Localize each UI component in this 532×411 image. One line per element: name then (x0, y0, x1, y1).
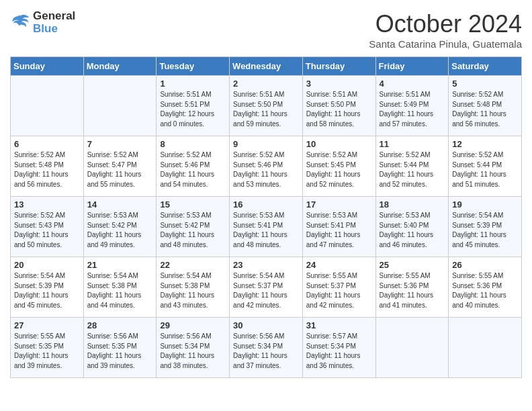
day-number: 22 (160, 260, 226, 270)
calendar-cell: 21Sunrise: 5:54 AMSunset: 5:38 PMDayligh… (83, 257, 157, 318)
header-sunday: Sunday (11, 57, 84, 76)
day-info: Sunrise: 5:52 AMSunset: 5:44 PMDaylight:… (452, 150, 518, 189)
day-number: 29 (160, 320, 226, 330)
day-info: Sunrise: 5:53 AMSunset: 5:41 PMDaylight:… (233, 211, 299, 250)
day-info: Sunrise: 5:54 AMSunset: 5:38 PMDaylight:… (87, 271, 153, 310)
day-info: Sunrise: 5:51 AMSunset: 5:49 PMDaylight:… (380, 90, 445, 129)
day-number: 2 (233, 79, 299, 89)
calendar-week-row: 6Sunrise: 5:52 AMSunset: 5:48 PMDaylight… (11, 136, 522, 197)
calendar-cell: 22Sunrise: 5:54 AMSunset: 5:38 PMDayligh… (157, 257, 230, 318)
location-subtitle: Santa Catarina Pinula, Guatemala (369, 38, 522, 50)
calendar-cell: 29Sunrise: 5:56 AMSunset: 5:34 PMDayligh… (157, 318, 230, 378)
day-info: Sunrise: 5:52 AMSunset: 5:46 PMDaylight:… (160, 150, 226, 189)
day-info: Sunrise: 5:56 AMSunset: 5:34 PMDaylight:… (160, 332, 226, 371)
day-info: Sunrise: 5:53 AMSunset: 5:42 PMDaylight:… (160, 211, 226, 250)
day-number: 28 (87, 320, 153, 330)
logo-line1: General (33, 10, 75, 23)
day-number: 15 (160, 199, 226, 210)
day-number: 13 (14, 199, 80, 210)
calendar-week-row: 27Sunrise: 5:55 AMSunset: 5:35 PMDayligh… (11, 318, 522, 378)
day-info: Sunrise: 5:57 AMSunset: 5:34 PMDaylight:… (306, 332, 372, 371)
day-number: 1 (160, 79, 226, 89)
day-info: Sunrise: 5:53 AMSunset: 5:40 PMDaylight:… (380, 211, 445, 250)
calendar-cell (375, 318, 449, 378)
day-number: 14 (87, 199, 153, 210)
calendar-cell (11, 76, 84, 136)
calendar-week-row: 13Sunrise: 5:52 AMSunset: 5:43 PMDayligh… (11, 197, 522, 257)
day-info: Sunrise: 5:53 AMSunset: 5:42 PMDaylight:… (87, 211, 153, 250)
day-info: Sunrise: 5:52 AMSunset: 5:46 PMDaylight:… (233, 150, 299, 189)
day-number: 9 (233, 139, 299, 149)
calendar-cell: 17Sunrise: 5:53 AMSunset: 5:41 PMDayligh… (302, 197, 375, 257)
logo: General Blue (10, 10, 75, 35)
logo-icon (10, 13, 30, 32)
day-info: Sunrise: 5:54 AMSunset: 5:39 PMDaylight:… (452, 211, 518, 250)
day-info: Sunrise: 5:54 AMSunset: 5:38 PMDaylight:… (160, 271, 226, 310)
calendar-cell: 25Sunrise: 5:55 AMSunset: 5:36 PMDayligh… (375, 257, 449, 318)
calendar-cell: 31Sunrise: 5:57 AMSunset: 5:34 PMDayligh… (302, 318, 375, 378)
calendar-table: SundayMondayTuesdayWednesdayThursdayFrid… (10, 56, 522, 378)
day-number: 5 (452, 79, 518, 89)
day-number: 16 (233, 199, 299, 210)
day-number: 4 (380, 79, 445, 89)
calendar-cell: 10Sunrise: 5:52 AMSunset: 5:45 PMDayligh… (302, 136, 375, 197)
day-number: 8 (160, 139, 226, 149)
day-info: Sunrise: 5:55 AMSunset: 5:36 PMDaylight:… (452, 271, 518, 310)
day-info: Sunrise: 5:51 AMSunset: 5:50 PMDaylight:… (306, 90, 372, 129)
header-saturday: Saturday (449, 57, 522, 76)
day-number: 18 (380, 199, 445, 210)
month-title: October 2024 (369, 10, 522, 38)
calendar-cell: 18Sunrise: 5:53 AMSunset: 5:40 PMDayligh… (375, 197, 449, 257)
calendar-cell: 2Sunrise: 5:51 AMSunset: 5:50 PMDaylight… (230, 76, 303, 136)
day-number: 30 (233, 320, 299, 330)
day-info: Sunrise: 5:56 AMSunset: 5:34 PMDaylight:… (233, 332, 299, 371)
calendar-cell: 11Sunrise: 5:52 AMSunset: 5:44 PMDayligh… (375, 136, 449, 197)
calendar-cell: 9Sunrise: 5:52 AMSunset: 5:46 PMDaylight… (230, 136, 303, 197)
title-section: October 2024 Santa Catarina Pinula, Guat… (369, 10, 522, 50)
calendar-cell: 20Sunrise: 5:54 AMSunset: 5:39 PMDayligh… (11, 257, 84, 318)
day-info: Sunrise: 5:54 AMSunset: 5:37 PMDaylight:… (233, 271, 299, 310)
calendar-cell: 23Sunrise: 5:54 AMSunset: 5:37 PMDayligh… (230, 257, 303, 318)
header-thursday: Thursday (302, 57, 375, 76)
calendar-cell: 4Sunrise: 5:51 AMSunset: 5:49 PMDaylight… (375, 76, 449, 136)
calendar-cell: 24Sunrise: 5:55 AMSunset: 5:37 PMDayligh… (302, 257, 375, 318)
day-number: 10 (306, 139, 372, 149)
calendar-cell: 28Sunrise: 5:56 AMSunset: 5:35 PMDayligh… (83, 318, 157, 378)
day-info: Sunrise: 5:52 AMSunset: 5:45 PMDaylight:… (306, 150, 372, 189)
header-friday: Friday (375, 57, 449, 76)
day-info: Sunrise: 5:55 AMSunset: 5:37 PMDaylight:… (306, 271, 372, 310)
calendar-cell: 14Sunrise: 5:53 AMSunset: 5:42 PMDayligh… (83, 197, 157, 257)
calendar-cell: 27Sunrise: 5:55 AMSunset: 5:35 PMDayligh… (11, 318, 84, 378)
day-info: Sunrise: 5:51 AMSunset: 5:50 PMDaylight:… (233, 90, 299, 129)
day-info: Sunrise: 5:52 AMSunset: 5:47 PMDaylight:… (87, 150, 153, 189)
page-header: General Blue October 2024 Santa Catarina… (10, 10, 522, 50)
calendar-header-row: SundayMondayTuesdayWednesdayThursdayFrid… (11, 57, 522, 76)
logo-line2: Blue (33, 23, 75, 36)
day-info: Sunrise: 5:54 AMSunset: 5:39 PMDaylight:… (14, 271, 80, 310)
day-number: 3 (306, 79, 372, 89)
day-number: 7 (87, 139, 153, 149)
day-number: 20 (14, 260, 80, 270)
calendar-week-row: 20Sunrise: 5:54 AMSunset: 5:39 PMDayligh… (11, 257, 522, 318)
header-monday: Monday (83, 57, 157, 76)
calendar-cell: 13Sunrise: 5:52 AMSunset: 5:43 PMDayligh… (11, 197, 84, 257)
day-number: 21 (87, 260, 153, 270)
day-number: 24 (306, 260, 372, 270)
day-number: 19 (452, 199, 518, 210)
day-number: 25 (380, 260, 445, 270)
header-wednesday: Wednesday (230, 57, 303, 76)
calendar-cell: 26Sunrise: 5:55 AMSunset: 5:36 PMDayligh… (449, 257, 522, 318)
day-info: Sunrise: 5:52 AMSunset: 5:44 PMDaylight:… (380, 150, 445, 189)
day-number: 27 (14, 320, 80, 330)
calendar-cell: 12Sunrise: 5:52 AMSunset: 5:44 PMDayligh… (449, 136, 522, 197)
calendar-cell: 19Sunrise: 5:54 AMSunset: 5:39 PMDayligh… (449, 197, 522, 257)
calendar-cell: 8Sunrise: 5:52 AMSunset: 5:46 PMDaylight… (157, 136, 230, 197)
calendar-cell (83, 76, 157, 136)
day-number: 26 (452, 260, 518, 270)
day-info: Sunrise: 5:52 AMSunset: 5:43 PMDaylight:… (14, 211, 80, 250)
day-info: Sunrise: 5:51 AMSunset: 5:51 PMDaylight:… (160, 90, 226, 129)
day-info: Sunrise: 5:56 AMSunset: 5:35 PMDaylight:… (87, 332, 153, 371)
calendar-cell: 7Sunrise: 5:52 AMSunset: 5:47 PMDaylight… (83, 136, 157, 197)
day-info: Sunrise: 5:55 AMSunset: 5:36 PMDaylight:… (380, 271, 445, 310)
calendar-cell: 16Sunrise: 5:53 AMSunset: 5:41 PMDayligh… (230, 197, 303, 257)
